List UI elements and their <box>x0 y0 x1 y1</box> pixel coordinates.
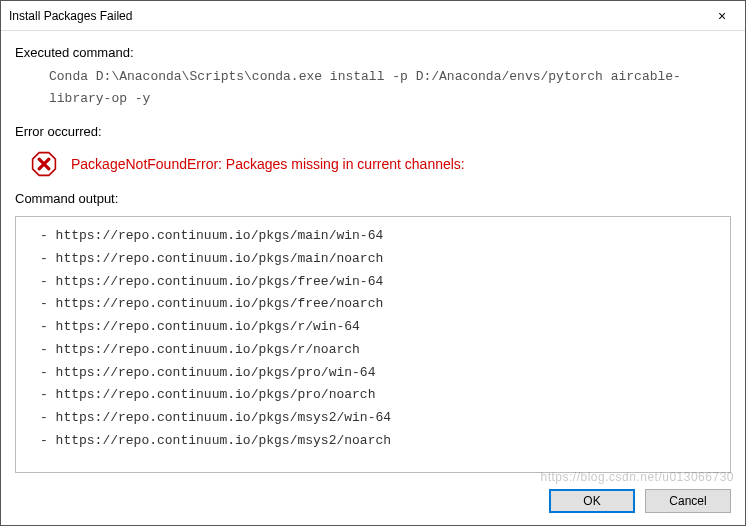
output-line: - https://repo.continuum.io/pkgs/msys2/n… <box>40 430 722 453</box>
output-line: - https://repo.continuum.io/pkgs/msys2/w… <box>40 407 722 430</box>
error-row: PackageNotFoundError: Packages missing i… <box>15 145 731 187</box>
dialog-content: Executed command: Conda D:\Anaconda\Scri… <box>1 31 745 481</box>
close-button[interactable]: × <box>699 1 745 31</box>
executed-command-header: Executed command: <box>15 45 731 60</box>
output-line: - https://repo.continuum.io/pkgs/pro/noa… <box>40 384 722 407</box>
dialog-title: Install Packages Failed <box>9 9 132 23</box>
executed-command-text: Conda D:\Anaconda\Scripts\conda.exe inst… <box>15 66 731 120</box>
output-line: - https://repo.continuum.io/pkgs/main/no… <box>40 248 722 271</box>
cancel-button[interactable]: Cancel <box>645 489 731 513</box>
error-icon <box>31 151 57 177</box>
output-line: - https://repo.continuum.io/pkgs/main/wi… <box>40 225 722 248</box>
output-line: - https://repo.continuum.io/pkgs/r/noarc… <box>40 339 722 362</box>
output-line: - https://repo.continuum.io/pkgs/r/win-6… <box>40 316 722 339</box>
output-line: - https://repo.continuum.io/pkgs/pro/win… <box>40 362 722 385</box>
output-line: - https://repo.continuum.io/pkgs/free/wi… <box>40 271 722 294</box>
dialog-button-row: OK Cancel <box>1 481 745 525</box>
close-icon: × <box>718 8 726 24</box>
install-packages-failed-dialog: Install Packages Failed × Executed comma… <box>0 0 746 526</box>
error-occurred-header: Error occurred: <box>15 124 731 139</box>
command-output-box[interactable]: - https://repo.continuum.io/pkgs/main/wi… <box>15 216 731 473</box>
error-message: PackageNotFoundError: Packages missing i… <box>71 156 465 172</box>
titlebar: Install Packages Failed × <box>1 1 745 31</box>
ok-button[interactable]: OK <box>549 489 635 513</box>
output-line: - https://repo.continuum.io/pkgs/free/no… <box>40 293 722 316</box>
command-output-header: Command output: <box>15 191 731 206</box>
